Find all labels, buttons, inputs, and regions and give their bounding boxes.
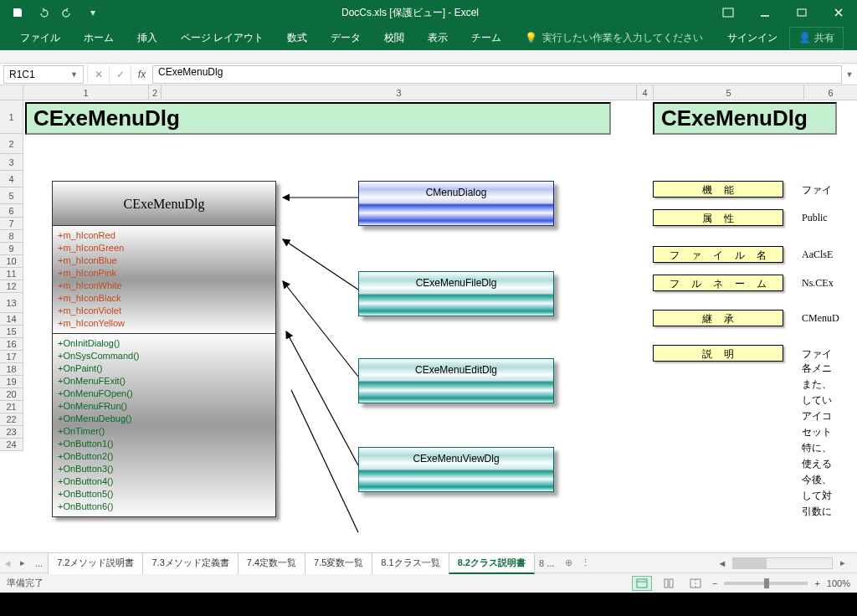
chevron-down-icon[interactable]: ▼ [70,70,78,79]
row-header[interactable]: 8 [0,230,23,243]
row-headers[interactable]: 123456789101112131415161718192021222324 [0,100,23,451]
minimize-button[interactable] [747,0,783,25]
row-header[interactable]: 21 [0,401,23,413]
view-page-break-button[interactable] [685,576,706,591]
tab-team[interactable]: チーム [459,25,513,50]
row-header[interactable]: 13 [0,293,23,313]
column-header[interactable]: 3 [162,85,637,100]
zoom-level[interactable]: 100% [827,578,850,588]
signin-link[interactable]: サインイン [716,31,789,45]
horizontal-scrollbar[interactable] [732,557,833,569]
tab-scroll-first[interactable]: ◄ [0,558,15,568]
select-all-corner[interactable] [0,85,23,100]
uml-method: +OnButton4() [58,475,270,488]
property-value: AaClsE [802,249,833,261]
row-header[interactable]: 16 [0,338,23,351]
column-header[interactable]: 2 [149,85,162,100]
sheet-tab[interactable]: 7.3メソッド定義書 [142,552,238,574]
sheet-tab[interactable]: 7.5変数一覧 [305,552,372,574]
row-header[interactable]: 5 [0,187,23,204]
status-bar: 準備完了 − + 100% [0,572,857,593]
property-value: ファイ [802,183,832,198]
insert-function-button[interactable]: fx [131,65,152,84]
hscroll-left-button[interactable]: ◄ [715,558,730,568]
column-header[interactable]: 6 [804,85,857,100]
tab-data[interactable]: データ [319,25,372,50]
save-button[interactable] [7,2,28,23]
hidden-tabs-left[interactable]: ... [30,558,48,568]
cancel-formula-button[interactable]: ✕ [87,65,109,84]
uml-method: +OnTimer() [58,425,270,438]
undo-button[interactable] [32,2,54,23]
tab-insert[interactable]: 挿入 [126,25,169,50]
row-header[interactable]: 7 [0,218,23,230]
row-header[interactable]: 23 [0,426,23,439]
row-header[interactable]: 4 [0,171,23,187]
row-header[interactable]: 12 [0,280,23,293]
row-header[interactable]: 3 [0,154,23,171]
share-button[interactable]: 👤 共有 [789,27,844,49]
sheet-tab[interactable]: 8.2クラス説明書 [449,552,535,574]
row-header[interactable]: 6 [0,204,23,218]
tab-file[interactable]: ファイル [8,25,72,50]
row-header[interactable]: 14 [0,313,23,326]
close-button[interactable] [820,0,857,25]
zoom-out-button[interactable]: − [712,578,717,588]
row-header[interactable]: 17 [0,351,23,363]
property-value: Public [802,212,828,224]
row-header[interactable]: 2 [0,134,23,154]
row-header[interactable]: 20 [0,388,23,401]
sheet-canvas[interactable]: CExeMenuDlg CExeMenuDlg CExeMenuDlg +m_h… [23,100,857,552]
column-headers[interactable]: 123456 [23,85,857,100]
maximize-button[interactable] [783,0,820,25]
view-normal-button[interactable] [632,576,652,591]
zoom-slider[interactable] [724,582,808,585]
uml-attribute: +m_hIconBlue [58,254,270,267]
row-header[interactable]: 24 [0,439,23,451]
description-line: セット [802,425,832,439]
uml-attributes: +m_hIconRed+m_hIconGreen+m_hIconBlue+m_h… [52,226,276,334]
hidden-tabs-right[interactable]: 8 ... [534,558,559,568]
tab-page-layout[interactable]: ページ レイアウト [169,25,275,50]
sheet-tab-strip: ◄ ▸ ... 7.2メソッド説明書7.3メソッド定義書7.4定数一覧7.5変数… [0,552,857,572]
row-header[interactable]: 9 [0,243,23,255]
svg-rect-8 [637,579,647,588]
row-header[interactable]: 10 [0,255,23,268]
formula-input[interactable]: CExeMenuDlg [152,65,842,84]
property-value: Ns.CEx [802,277,834,290]
enter-formula-button[interactable]: ✓ [109,65,131,84]
tab-formulas[interactable]: 数式 [275,25,319,50]
row-header[interactable]: 15 [0,326,23,338]
column-header[interactable]: 1 [23,85,149,100]
worksheet-grid[interactable]: 123456 123456789101112131415161718192021… [0,85,857,552]
row-header[interactable]: 11 [0,268,23,280]
tab-home[interactable]: ホーム [72,25,126,50]
row-header[interactable]: 19 [0,376,23,388]
new-sheet-button[interactable]: ⊕ [559,557,577,568]
expand-formula-bar-button[interactable]: ▼ [842,70,857,79]
tab-view[interactable]: 表示 [416,25,459,50]
uml-class-name: CExeMenuDlg [52,181,276,226]
redo-button[interactable] [57,2,79,23]
tell-me[interactable]: 💡 実行したい作業を入力してください [513,31,715,45]
hscroll-right-button[interactable]: ▸ [835,557,850,568]
name-box[interactable]: R1C1 ▼ [3,65,84,84]
qat-customize-icon[interactable]: ▾ [82,2,104,23]
zoom-slider-thumb[interactable] [764,578,769,588]
view-page-layout-button[interactable] [659,576,679,591]
tabs-menu-icon[interactable]: ⋮ [577,557,593,568]
column-header[interactable]: 5 [654,85,804,100]
sheet-tab[interactable]: 8.1クラス一覧 [372,552,449,574]
row-header[interactable]: 1 [0,100,23,134]
row-header[interactable]: 18 [0,363,23,376]
tab-scroll-prev[interactable]: ▸ [15,557,30,568]
column-header[interactable]: 4 [637,85,654,100]
zoom-in-button[interactable]: + [814,578,819,588]
scrollbar-thumb[interactable] [733,558,767,568]
tab-review[interactable]: 校閲 [372,25,416,50]
sheet-tab[interactable]: 7.4定数一覧 [238,552,305,574]
ribbon-display-options-button[interactable] [710,0,747,25]
sheet-tab[interactable]: 7.2メソッド説明書 [48,552,143,574]
row-header[interactable]: 22 [0,413,23,426]
uml-method: +OnButton5() [58,488,270,501]
